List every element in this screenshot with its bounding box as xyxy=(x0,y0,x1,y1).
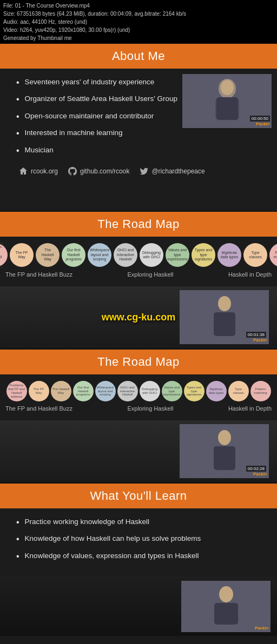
watermark: www.cg-ku.com xyxy=(102,312,175,323)
timestamp-roadmap2: 00:02:28 xyxy=(246,466,266,472)
sm-circle-types: Types and type signatures xyxy=(184,381,205,401)
road-map-1-section: The Road Map Problems that FP and Haskel… xyxy=(0,212,277,348)
social-twitter: @richardthepeace xyxy=(139,166,205,176)
about-me-header: About Me xyxy=(0,44,277,69)
sm-circle-first: Our first Haskell programs xyxy=(73,381,94,401)
about-me-section: About Me Seventeen years' of industry ex… xyxy=(0,44,277,211)
home-icon xyxy=(18,166,28,176)
circle-pattern: Pattern matching xyxy=(269,243,277,267)
file-info-line1: File: 01 - The Course Overview.mp4 xyxy=(3,2,274,10)
svg-rect-10 xyxy=(214,603,238,625)
label2-exploring: Exploring Haskell xyxy=(127,405,173,412)
bullet-ml: Interested in machine learning xyxy=(16,128,266,139)
roadmap-labels: The FP and Haskell Buzz Exploring Haskel… xyxy=(4,269,273,282)
learn-video-bg: Packt> xyxy=(0,576,277,636)
svg-rect-8 xyxy=(214,446,235,470)
circle-debugging: Debugging with GHCi xyxy=(140,243,163,267)
sm-circle-typeclasses: Type classes xyxy=(228,381,249,401)
social-github: github.com/rcook xyxy=(68,166,129,176)
roadmap-2-video: Packt> 00:02:28 xyxy=(0,420,277,482)
circle-algebraic: Algebraic data types xyxy=(217,243,241,267)
packt-logo-learn: Packt> xyxy=(255,626,269,630)
sm-circle-algebraic: Algebraic data types xyxy=(206,381,227,401)
roadmap-1-video-thumb: Packt> 00:01:38 xyxy=(180,290,269,344)
roadmap-circles: Problems that FP and Haskell can address… xyxy=(4,243,273,267)
road-map-2-header: The Road Map xyxy=(0,350,277,374)
label2-fp-buzz: The FP and Haskell Buzz xyxy=(5,405,72,412)
learn-bullet-1: Practice working knowledge of Haskell xyxy=(16,517,266,528)
video-box: Packt> 00:00:50 xyxy=(182,74,272,128)
circle-typeclasses: Type classes xyxy=(243,243,267,267)
learn-bullet-3: Knowledge of values, expression and type… xyxy=(16,551,266,562)
roadmap-2-video-thumb: Packt> 00:02:28 xyxy=(180,424,269,478)
learn-bullet-2: Knowledge of how Haskell can help us sol… xyxy=(16,534,266,545)
label-exploring: Exploring Haskell xyxy=(127,271,173,278)
circle-ghci: GHCi and interactive Haskell xyxy=(114,243,137,267)
circle-haskell-way: The Haskell Way xyxy=(36,243,60,267)
learn-video-thumb: Packt> xyxy=(181,581,271,632)
packt-logo-roadmap2: Packt> xyxy=(253,472,267,477)
social-home: rcook.org xyxy=(18,166,58,176)
sm-circle-debug: Debugging with GHCi xyxy=(140,381,160,401)
what-you-learn-header: What You'll Learn xyxy=(0,484,277,508)
file-info-bar: File: 01 - The Course Overview.mp4 Size:… xyxy=(0,0,277,44)
label-fp-buzz: The FP and Haskell Buzz xyxy=(5,271,72,278)
roadmap-2-video-bg: Packt> 00:02:28 xyxy=(0,420,277,482)
circle-types: Types and type signatures xyxy=(192,243,215,267)
label2-depth: Haskell in Depth xyxy=(228,405,272,412)
sm-circle-fp-way: The FP Way xyxy=(29,381,49,401)
circle-problems: Problems that FP and Haskell can address xyxy=(0,243,8,267)
timestamp-about: 00:00:50 xyxy=(250,116,270,122)
sm-circle-values: Values and type expressions xyxy=(162,381,182,401)
packt-logo-about: Packt> xyxy=(256,122,270,126)
learn-video: Packt> xyxy=(0,576,277,636)
timestamp-roadmap1: 00:01:38 xyxy=(246,332,266,338)
circle-whitespace: Whitespace layout and scoping xyxy=(88,243,111,267)
road-map-1-content: Problems that FP and Haskell can address… xyxy=(0,237,277,286)
sm-circle-whitespace: Whitespace layout and scoping xyxy=(95,381,116,401)
svg-point-5 xyxy=(218,296,231,311)
twitter-link-text: @richardthepeace xyxy=(151,167,205,175)
file-info-line5: Generated by Thumbnail me xyxy=(3,34,274,42)
github-link-text: github.com/rcook xyxy=(80,167,129,175)
about-me-video-thumb: Packt> 00:00:50 xyxy=(182,74,272,128)
github-icon xyxy=(68,166,77,176)
twitter-icon xyxy=(139,166,149,176)
label-depth: Haskell in Depth xyxy=(228,271,272,278)
circle-values: Values and type expressions xyxy=(166,243,189,267)
svg-rect-6 xyxy=(214,312,235,336)
svg-point-7 xyxy=(218,430,231,445)
about-me-content: Seventeen years' of industry experience … xyxy=(0,69,277,211)
sm-circle-haskell-way: The Haskell Way xyxy=(51,381,71,401)
road-map-1-header: The Road Map xyxy=(0,212,277,237)
file-info-line2: Size: 67351638 bytes (64.23 MiB), durati… xyxy=(3,10,274,18)
roadmap-2-circles: Problems that FP and Haskell address The… xyxy=(4,381,273,401)
road-map-2-section: The Road Map Problems that FP and Haskel… xyxy=(0,350,277,482)
roadmap-1-video: Packt> 00:01:38 www.cg-ku.com xyxy=(0,286,277,348)
roadmap-2-labels: The FP and Haskell Buzz Exploring Haskel… xyxy=(4,403,273,416)
svg-point-3 xyxy=(221,80,234,95)
circle-fp-way: The FP Way xyxy=(10,243,34,267)
home-link-text: rcook.org xyxy=(31,167,58,175)
social-row: rcook.org github.com/rcook @richardthepe… xyxy=(16,162,266,178)
road-map-2-content: Problems that FP and Haskell address The… xyxy=(0,374,277,420)
svg-rect-4 xyxy=(216,97,238,120)
sm-circle-problems: Problems that FP and Haskell address xyxy=(6,381,27,401)
learn-person xyxy=(181,581,271,632)
what-you-learn-section: What You'll Learn Practice working knowl… xyxy=(0,484,277,636)
sm-circle-pattern: Pattern matching xyxy=(250,381,271,401)
packt-logo-roadmap1: Packt> xyxy=(253,338,267,343)
file-info-line4: Video: h264, yuv420p, 1920x1080, 30.00 f… xyxy=(3,26,274,34)
file-info-line3: Audio: aac, 44100 Hz, stereo (und) xyxy=(3,18,274,26)
svg-point-9 xyxy=(219,586,233,602)
what-you-learn-content: Practice working knowledge of Haskell Kn… xyxy=(0,508,277,576)
learn-bullets: Practice working knowledge of Haskell Kn… xyxy=(16,517,266,562)
bullet-musician: Musician xyxy=(16,145,266,157)
circle-first-programs: Our first Haskell programs xyxy=(62,243,85,267)
sm-circle-ghci: GHCi and interactive Haskell xyxy=(117,381,138,401)
